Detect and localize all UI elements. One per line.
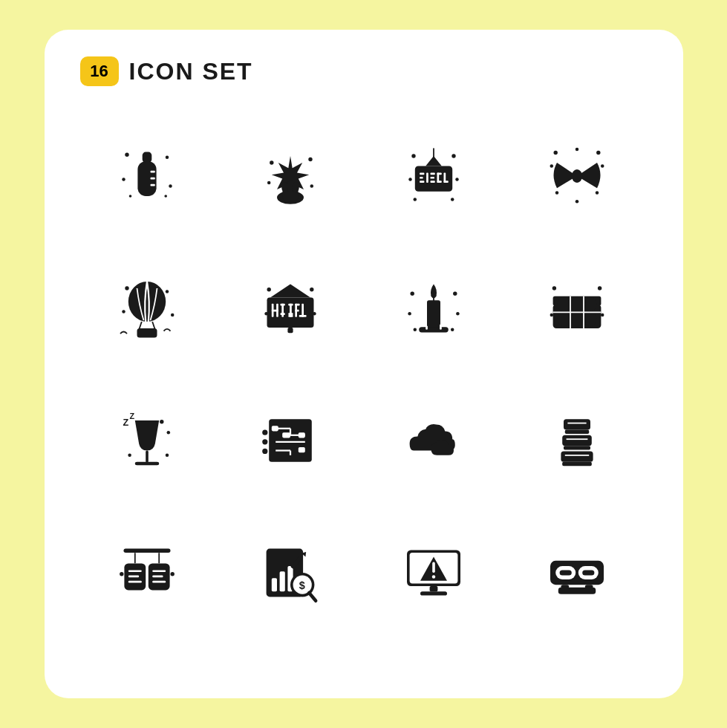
svg-rect-167	[420, 591, 447, 595]
svg-point-59	[267, 287, 270, 291]
svg-point-16	[292, 182, 299, 192]
svg-point-50	[571, 169, 581, 183]
svg-rect-175	[584, 585, 593, 588]
header: 16 ICON SET	[80, 56, 253, 86]
svg-rect-87	[427, 300, 440, 328]
icon-hot-air-balloon	[80, 245, 214, 371]
svg-rect-131	[562, 435, 592, 446]
svg-rect-114	[134, 462, 158, 466]
icon-monitor-warning	[367, 510, 501, 636]
svg-rect-90	[426, 325, 428, 329]
icon-candle	[367, 245, 501, 371]
svg-rect-30	[420, 173, 424, 175]
svg-point-60	[310, 287, 313, 291]
svg-rect-130	[564, 430, 588, 434]
svg-point-92	[552, 286, 555, 290]
svg-point-23	[408, 178, 412, 181]
svg-point-86	[450, 328, 454, 332]
svg-point-111	[128, 454, 131, 458]
svg-rect-115	[269, 419, 312, 462]
svg-rect-134	[562, 462, 592, 466]
svg-rect-132	[564, 446, 590, 449]
svg-rect-89	[419, 327, 449, 332]
svg-rect-129	[564, 419, 590, 429]
svg-rect-148	[152, 581, 166, 583]
svg-point-82	[453, 292, 457, 296]
svg-point-42	[553, 151, 557, 155]
main-card: 16 ICON SET	[45, 30, 683, 698]
svg-point-55	[128, 282, 165, 322]
svg-point-85	[413, 328, 417, 332]
svg-rect-125	[298, 447, 304, 452]
svg-point-84	[456, 312, 460, 316]
svg-point-5	[164, 195, 167, 198]
svg-rect-7	[142, 152, 151, 163]
svg-rect-170	[559, 570, 571, 575]
svg-point-112	[165, 454, 169, 458]
svg-text:Z: Z	[129, 412, 134, 420]
svg-rect-67	[276, 304, 278, 317]
svg-point-53	[122, 310, 125, 313]
svg-rect-33	[426, 173, 428, 183]
svg-marker-63	[270, 285, 310, 298]
svg-rect-41	[443, 181, 448, 183]
svg-rect-123	[282, 432, 290, 438]
svg-rect-139	[134, 553, 135, 563]
svg-rect-8	[150, 171, 154, 173]
svg-point-94	[550, 313, 553, 317]
svg-point-19	[267, 181, 270, 185]
icon-hotel-sign	[224, 245, 357, 371]
svg-point-83	[408, 312, 411, 316]
svg-rect-76	[295, 304, 299, 306]
svg-rect-113	[146, 451, 149, 463]
svg-rect-147	[152, 576, 163, 578]
svg-point-149	[120, 572, 123, 576]
svg-point-26	[450, 198, 454, 201]
svg-rect-88	[433, 296, 434, 302]
svg-point-2	[122, 178, 125, 181]
icon-chain-links	[510, 510, 644, 636]
svg-point-43	[596, 151, 600, 155]
svg-point-165	[431, 575, 435, 579]
svg-rect-74	[288, 315, 293, 317]
svg-point-101	[557, 312, 569, 327]
svg-rect-58	[137, 328, 157, 338]
svg-rect-146	[152, 570, 166, 572]
svg-point-45	[600, 164, 604, 168]
svg-line-158	[309, 593, 316, 601]
svg-rect-77	[295, 310, 299, 312]
svg-point-150	[170, 572, 174, 576]
svg-point-128	[262, 449, 267, 454]
svg-point-24	[455, 178, 459, 181]
svg-rect-73	[288, 313, 293, 315]
svg-point-20	[310, 184, 313, 188]
svg-point-100	[584, 297, 596, 312]
icon-close-sign	[367, 113, 501, 239]
svg-rect-70	[280, 313, 284, 315]
svg-rect-122	[271, 426, 278, 431]
svg-point-25	[413, 198, 417, 201]
svg-point-44	[550, 164, 553, 168]
svg-rect-34	[430, 173, 434, 175]
page-title: ICON SET	[129, 58, 253, 85]
svg-rect-29	[414, 166, 451, 192]
svg-point-103	[584, 312, 596, 327]
badge-number: 16	[80, 56, 119, 86]
icon-circuit-board	[224, 377, 357, 504]
svg-rect-91	[440, 325, 442, 330]
svg-rect-172	[582, 570, 594, 575]
svg-point-99	[570, 297, 582, 312]
svg-text:$: $	[299, 579, 304, 591]
svg-point-0	[125, 153, 128, 157]
icon-bow-tie	[510, 113, 644, 239]
svg-point-126	[262, 430, 267, 435]
svg-rect-124	[298, 432, 304, 438]
svg-rect-143	[128, 581, 141, 583]
svg-rect-31	[420, 177, 423, 179]
svg-point-1	[165, 156, 169, 160]
svg-point-21	[411, 154, 415, 157]
svg-marker-28	[426, 156, 442, 166]
svg-rect-32	[420, 181, 424, 183]
svg-point-81	[410, 292, 414, 296]
svg-point-4	[128, 195, 131, 198]
